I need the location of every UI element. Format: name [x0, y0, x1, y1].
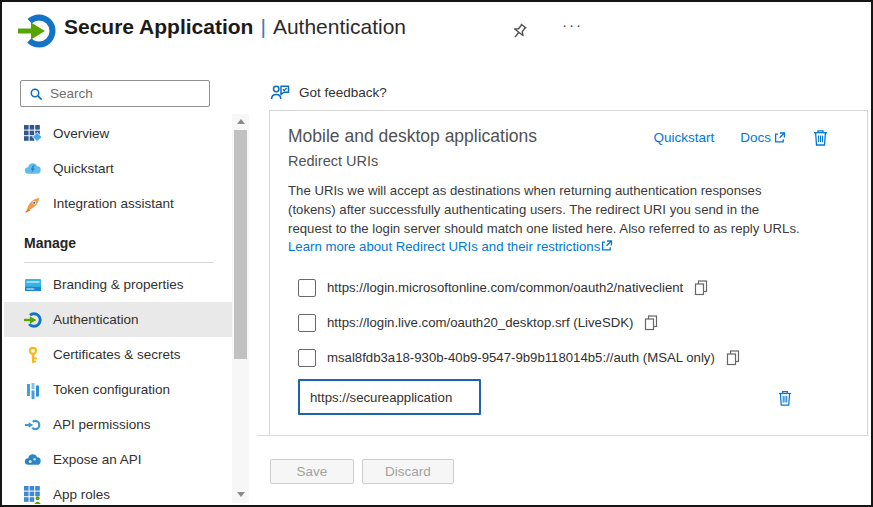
docs-link[interactable]: Docs [740, 130, 786, 145]
sidebar-item-branding-properties[interactable]: www Branding & properties [4, 267, 234, 302]
pin-icon[interactable] [508, 21, 530, 43]
uri-checkbox[interactable] [298, 349, 316, 367]
blade-name: Authentication [273, 15, 406, 38]
page-header: Secure Application|Authentication ··· [2, 2, 871, 60]
card-header-links: Quickstart Docs [653, 128, 829, 147]
save-button[interactable]: Save [270, 459, 354, 484]
sidebar-item-expose-an-api[interactable]: Expose an API [4, 442, 234, 477]
sidebar-item-label: Token configuration [53, 382, 170, 397]
redirect-uri-list: https://login.microsoftonline.com/common… [270, 270, 867, 375]
sidebar-item-integration-assistant[interactable]: Integration assistant [4, 186, 234, 221]
sidebar-item-label: App roles [53, 487, 110, 502]
feedback-icon [270, 82, 291, 102]
sidebar-item-quickstart[interactable]: Quickstart [4, 151, 234, 186]
scrollbar-thumb[interactable] [234, 130, 247, 359]
svg-text:www: www [26, 287, 34, 291]
quickstart-link[interactable]: Quickstart [653, 130, 714, 145]
redirect-uri-row: https://login.microsoftonline.com/common… [298, 270, 867, 305]
form-footer: Save Discard [270, 459, 454, 484]
sidebar: « Overview Quickstart [4, 60, 257, 503]
redirect-uri-row: msal8fdb3a18-930b-40b9-9547-9b9b118014b5… [298, 340, 867, 375]
learn-more-link[interactable]: Learn more about Redirect URIs and their… [288, 239, 600, 254]
scrollbar-down-arrow-icon[interactable] [232, 487, 249, 501]
sidebar-item-token-configuration[interactable]: Token configuration [4, 372, 234, 407]
api-permissions-icon [24, 416, 42, 434]
docs-label: Docs [740, 130, 771, 145]
sidebar-nav: Overview Quickstart Integration assistan… [4, 116, 234, 507]
sidebar-item-overview[interactable]: Overview [4, 116, 234, 151]
new-redirect-uri-row [298, 379, 867, 419]
uri-checkbox[interactable] [298, 279, 316, 297]
new-redirect-uri-input[interactable] [298, 379, 481, 415]
sidebar-item-label: API permissions [53, 417, 151, 432]
learn-more-label: Learn more about Redirect URIs and their… [288, 239, 600, 254]
uri-text: https://login.microsoftonline.com/common… [327, 280, 683, 295]
sidebar-item-label: Branding & properties [53, 277, 184, 292]
copy-icon[interactable] [643, 314, 659, 331]
title-separator: | [253, 15, 272, 38]
certificates-secrets-icon [24, 346, 42, 364]
branding-properties-icon: www [24, 276, 42, 294]
sidebar-section-manage: Manage [4, 229, 234, 257]
sidebar-scrollbar[interactable] [232, 114, 249, 503]
got-feedback-button[interactable]: Got feedback? [270, 82, 387, 102]
discard-button[interactable]: Discard [362, 459, 454, 484]
mobile-desktop-applications-card: Mobile and desktop applications Redirect… [269, 110, 868, 435]
copy-icon[interactable] [693, 279, 709, 296]
sidebar-item-label: Quickstart [53, 161, 114, 176]
got-feedback-label: Got feedback? [299, 85, 387, 100]
sidebar-item-app-roles[interactable]: App roles [4, 477, 234, 507]
copy-icon[interactable] [725, 349, 741, 366]
external-link-icon [600, 239, 613, 252]
sidebar-item-label: Integration assistant [53, 196, 174, 211]
sidebar-search[interactable] [20, 80, 210, 107]
app-window: Secure Application|Authentication ··· « [0, 0, 873, 507]
app-registration-logo-icon [18, 12, 56, 50]
quickstart-label: Quickstart [653, 130, 714, 145]
token-configuration-icon [24, 381, 42, 399]
quickstart-icon [24, 160, 42, 178]
card-subtitle: Redirect URIs [288, 153, 867, 169]
redirect-uris-description: The URIs we will accept as destinations … [288, 182, 800, 257]
sidebar-divider [24, 262, 214, 263]
redirect-uri-row: https://login.live.com/oauth20_desktop.s… [298, 305, 867, 340]
uri-text: https://login.live.com/oauth20_desktop.s… [327, 315, 633, 330]
sidebar-item-label: Authentication [53, 312, 139, 327]
sidebar-item-label: Certificates & secrets [53, 347, 181, 362]
content-bottom-divider [257, 435, 869, 436]
card-header: Mobile and desktop applications Redirect… [270, 111, 867, 169]
description-text: The URIs we will accept as destinations … [288, 183, 800, 236]
uri-text: msal8fdb3a18-930b-40b9-9547-9b9b118014b5… [327, 350, 715, 365]
uri-checkbox[interactable] [298, 314, 316, 332]
search-input[interactable] [50, 86, 195, 101]
sidebar-item-certificates-secrets[interactable]: Certificates & secrets [4, 337, 234, 372]
authentication-icon [24, 311, 42, 329]
sidebar-item-api-permissions[interactable]: API permissions [4, 407, 234, 442]
more-options-button[interactable]: ··· [562, 16, 583, 33]
page-title: Secure Application|Authentication [64, 15, 406, 39]
delete-platform-icon[interactable] [812, 128, 829, 147]
sidebar-item-label: Overview [53, 126, 109, 141]
sidebar-item-label: Expose an API [53, 452, 142, 467]
sidebar-item-authentication[interactable]: Authentication [4, 302, 234, 337]
expose-api-icon [24, 451, 42, 469]
scrollbar-up-arrow-icon[interactable] [232, 114, 249, 128]
external-link-icon [773, 131, 786, 144]
search-icon [29, 87, 43, 101]
app-name: Secure Application [64, 15, 253, 38]
integration-assistant-icon [24, 195, 42, 213]
overview-icon [24, 125, 42, 143]
delete-uri-icon[interactable] [777, 389, 793, 407]
app-roles-icon [24, 486, 42, 504]
main-content: Got feedback? Mobile and desktop applica… [257, 60, 869, 503]
